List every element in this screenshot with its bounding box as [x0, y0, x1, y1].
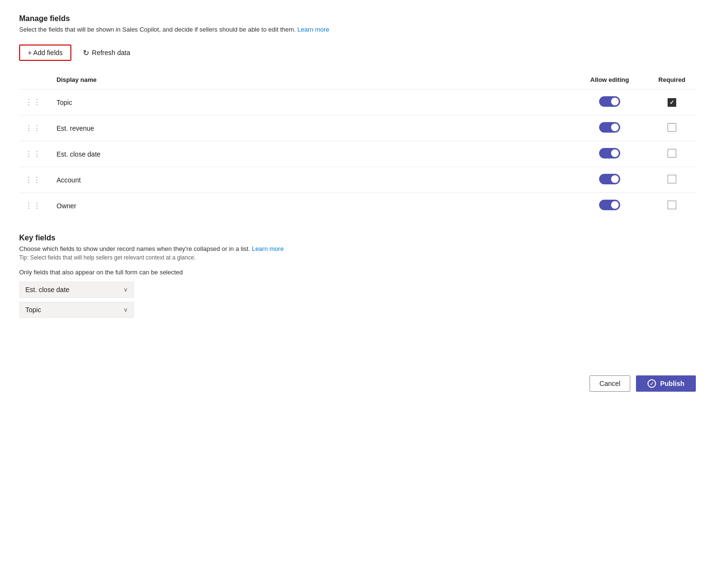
only-fields-note: Only fields that also appear on the full… — [19, 269, 696, 276]
drag-handle-icon[interactable]: ⋮⋮ — [25, 202, 41, 210]
learn-more-link-header[interactable]: Learn more — [297, 26, 329, 33]
key-field-dropdown[interactable]: Est. close date∨ — [19, 282, 134, 298]
table-row: ⋮⋮Est. close date — [19, 141, 696, 167]
key-fields-section: Key fields Choose which fields to show u… — [19, 234, 696, 318]
refresh-data-button[interactable]: ↻ Refresh data — [77, 45, 136, 61]
required-checkbox[interactable] — [668, 175, 676, 183]
required-checkbox[interactable] — [668, 149, 676, 158]
allow-editing-toggle[interactable] — [599, 200, 620, 210]
key-fields-tip: Tip: Select fields that will help seller… — [19, 254, 696, 261]
field-name: Est. revenue — [57, 124, 94, 132]
drag-handle-icon[interactable]: ⋮⋮ — [25, 176, 41, 184]
table-row: ⋮⋮Account — [19, 167, 696, 193]
refresh-icon: ↻ — [83, 48, 89, 57]
page-subtitle: Select the fields that will be shown in … — [19, 26, 696, 33]
allow-editing-toggle[interactable] — [599, 96, 620, 107]
field-name: Owner — [57, 202, 76, 210]
table-row: ⋮⋮Owner — [19, 193, 696, 219]
drag-handle-icon[interactable]: ⋮⋮ — [25, 150, 41, 158]
required-checkbox[interactable] — [668, 201, 676, 209]
col-allow-editing: Allow editing — [571, 72, 648, 90]
required-checkbox[interactable] — [668, 123, 676, 132]
refresh-label: Refresh data — [92, 49, 130, 57]
col-display-name: Display name — [51, 72, 571, 90]
allow-editing-toggle[interactable] — [599, 148, 620, 158]
key-field-dropdown[interactable]: Topic∨ — [19, 302, 134, 318]
chevron-down-icon: ∨ — [124, 286, 128, 293]
toolbar: + Add fields ↻ Refresh data — [19, 45, 696, 61]
fields-table: Display name Allow editing Required ⋮⋮To… — [19, 72, 696, 218]
table-row: ⋮⋮Topic — [19, 90, 696, 115]
publish-button[interactable]: ✓ Publish — [636, 375, 696, 392]
publish-icon: ✓ — [647, 379, 656, 388]
publish-label: Publish — [660, 380, 684, 387]
drag-handle-icon[interactable]: ⋮⋮ — [25, 98, 41, 106]
add-fields-button[interactable]: + Add fields — [19, 45, 71, 61]
chevron-down-icon: ∨ — [124, 306, 128, 313]
field-name: Account — [57, 176, 81, 184]
learn-more-link-key-fields[interactable]: Learn more — [252, 245, 284, 252]
field-name: Est. close date — [57, 150, 101, 158]
key-field-dropdown-value: Est. close date — [25, 286, 69, 294]
page-title: Manage fields — [19, 14, 696, 23]
subtitle-text: Select the fields that will be shown in … — [19, 26, 297, 33]
required-checkbox[interactable] — [668, 98, 676, 107]
cancel-button[interactable]: Cancel — [590, 375, 631, 392]
table-header-row: Display name Allow editing Required — [19, 72, 696, 90]
allow-editing-toggle[interactable] — [599, 122, 620, 133]
key-fields-title: Key fields — [19, 234, 696, 242]
field-name: Topic — [57, 99, 72, 106]
key-field-dropdown-value: Topic — [25, 306, 41, 314]
key-fields-description: Choose which fields to show under record… — [19, 245, 696, 252]
allow-editing-toggle[interactable] — [599, 174, 620, 184]
table-row: ⋮⋮Est. revenue — [19, 115, 696, 141]
col-required: Required — [648, 72, 696, 90]
drag-handle-icon[interactable]: ⋮⋮ — [25, 124, 41, 132]
footer: Cancel ✓ Publish — [19, 375, 696, 392]
